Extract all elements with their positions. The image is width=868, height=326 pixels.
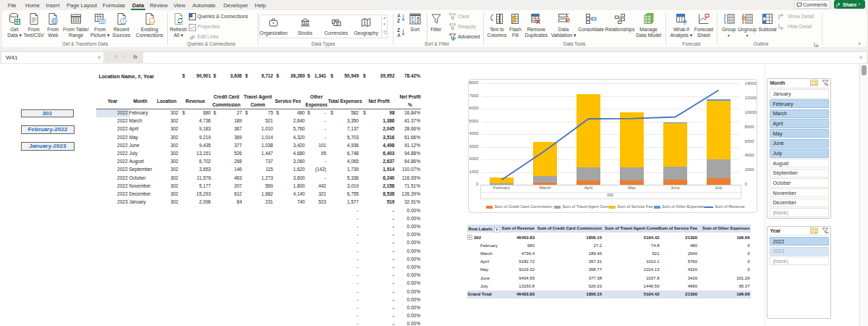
svg-text:A: A	[397, 33, 401, 37]
svg-text:A: A	[397, 13, 401, 18]
svg-text:Z: Z	[397, 18, 400, 22]
svg-text:Z: Z	[397, 28, 400, 33]
svg-text:?: ?	[683, 19, 687, 26]
svg-text:A: A	[411, 20, 414, 24]
